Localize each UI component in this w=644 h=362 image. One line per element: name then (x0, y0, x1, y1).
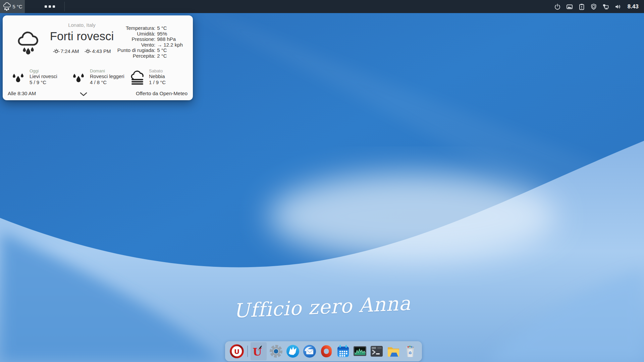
panel-temperature: 5 °C (12, 4, 22, 9)
detail-value: 5 °C (157, 25, 183, 31)
detail-label: Punto di rugiada: (117, 48, 157, 53)
weather-details: Temperatura: 5 °C Umidità: 95% Pressione… (117, 25, 183, 59)
clipboard-icon[interactable] (578, 3, 585, 10)
detail-label: Pressione: (117, 37, 157, 42)
weather-location: Lonato, Italy (35, 22, 129, 28)
forecast-condition: Lievi rovesci (30, 73, 57, 79)
top-panel: 5 °C (0, 0, 644, 13)
panel-weather-indicator[interactable]: 5 °C (0, 0, 25, 13)
forecast-temps: 4 / 8 °C (90, 79, 124, 85)
dock: U U (225, 341, 422, 361)
ellipsis-menu-icon[interactable] (45, 5, 55, 8)
thunderbird-mail-icon[interactable] (302, 344, 317, 359)
attribution-label: Offerto da Open-Meteo (136, 90, 187, 96)
power-icon[interactable] (554, 3, 561, 10)
system-tray: 8.43 (554, 0, 644, 13)
sunrise-icon (53, 48, 60, 54)
ufficio-zero-menu-icon[interactable]: U (229, 344, 244, 359)
rain-drops-icon (11, 70, 26, 84)
dock-separator (246, 344, 249, 359)
clock[interactable]: 8.43 (628, 3, 639, 10)
librewolf-browser-icon[interactable] (285, 344, 300, 359)
rain-drops-icon (71, 70, 87, 84)
fog-icon (129, 69, 146, 85)
sunset-icon (85, 48, 91, 54)
office-suite-icon[interactable] (319, 344, 334, 359)
detail-label: Vento: (117, 42, 157, 48)
weather-condition: Forti rovesci (35, 29, 129, 43)
forecast-condition: Rovesci leggeri (90, 73, 124, 79)
sunrise-time: 7:24 AM (61, 48, 79, 54)
forecast-day: Sabato (149, 68, 166, 73)
trash-icon[interactable]: ♻ (403, 344, 418, 359)
weather-popup: Lonato, Italy Forti rovesci 7:24 AM (3, 15, 193, 100)
detail-value: 2 °C (157, 53, 183, 59)
last-update-label: Alle 8:30 AM (8, 90, 36, 96)
detail-value: 95% (157, 31, 183, 37)
detail-value: 988 hPa (157, 37, 183, 42)
sun-times: 7:24 AM 4:43 PM (35, 48, 129, 54)
network-icon[interactable] (602, 3, 609, 10)
panel-separator (64, 2, 65, 11)
detail-value: 5 °C (157, 48, 183, 53)
forecast-condition: Nebbia (149, 73, 166, 79)
detail-label: Umidità: (117, 31, 157, 37)
forecast-day: Oggi (30, 68, 57, 73)
desktop: Ufficio zero Anna 5 °C (0, 0, 644, 362)
display-icon[interactable] (566, 3, 573, 10)
forecast-saturday: Sabato Nebbia 1 / 9 °C (129, 68, 166, 85)
sunset-time: 4:43 PM (92, 48, 111, 54)
detail-label: Percepita: (117, 53, 157, 59)
forecast-temps: 5 / 9 °C (30, 79, 57, 85)
weather-header: Lonato, Italy Forti rovesci 7:24 AM (35, 22, 129, 54)
svg-text:♻: ♻ (409, 351, 412, 355)
calendar-icon[interactable] (336, 344, 351, 359)
shield-icon[interactable] (590, 3, 597, 10)
terminal-icon[interactable] (369, 344, 384, 359)
volume-icon[interactable] (614, 3, 622, 10)
detail-label: Temperatura: (117, 25, 157, 31)
settings-gear-icon[interactable] (269, 344, 283, 359)
detail-value: → 12.2 kph (157, 42, 183, 48)
ufficio-zero-launcher-icon[interactable]: U (251, 342, 267, 360)
rain-cloud-icon (2, 2, 11, 11)
chevron-down-icon[interactable] (80, 92, 87, 98)
forecast-today: Oggi Lievi rovesci 5 / 9 °C (11, 68, 57, 85)
file-manager-icon[interactable] (386, 344, 401, 359)
forecast-tomorrow: Domani Rovesci leggeri 4 / 8 °C (71, 68, 124, 85)
forecast-day: Domani (90, 68, 124, 73)
system-monitor-icon[interactable] (353, 344, 367, 359)
forecast-row: Oggi Lievi rovesci 5 / 9 °C Domani Roves… (3, 68, 193, 89)
forecast-temps: 1 / 9 °C (149, 79, 166, 85)
svg-text:U: U (234, 348, 239, 356)
